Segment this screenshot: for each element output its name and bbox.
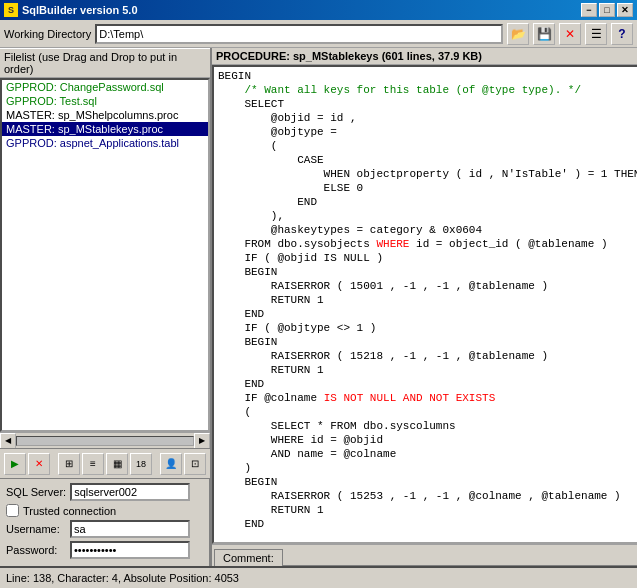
grid-button[interactable]: ⊞ xyxy=(58,453,80,475)
right-panel-header: PROCEDURE: sp_MStablekeys (601 lines, 37… xyxy=(212,48,637,65)
code-line: BEGIN xyxy=(218,335,637,349)
username-label: Username: xyxy=(6,523,66,535)
comment-tab[interactable]: Comment: xyxy=(214,549,283,566)
trusted-connection-checkbox[interactable] xyxy=(6,504,19,517)
file-list: GPPROD: ChangePassword.sql GPPROD: Test.… xyxy=(0,78,210,432)
left-scroll-track[interactable] xyxy=(16,436,194,446)
list-item[interactable]: MASTER: sp_MShelpcolumns.proc xyxy=(2,108,208,122)
status-bar: Line: 138, Character: 4, Absolute Positi… xyxy=(0,566,637,588)
app-icon: S xyxy=(4,3,18,17)
code-area[interactable]: BEGIN /* Want all keys for this table (o… xyxy=(212,65,637,544)
bottom-toolbar: ▶ ✕ ⊞ ≡ ▦ 18 👤 ⊡ xyxy=(0,448,210,478)
code-line: IF ( @objtype <> 1 ) xyxy=(218,321,637,335)
code-line: END xyxy=(218,377,637,391)
status-text: Line: 138, Character: 4, Absolute Positi… xyxy=(6,572,239,584)
trusted-label: Trusted connection xyxy=(23,505,116,517)
app-title: SqlBuilder version 5.0 xyxy=(22,4,138,16)
stop-button[interactable]: ✕ xyxy=(28,453,50,475)
code-line: ), xyxy=(218,209,637,223)
edit-button[interactable]: ⊡ xyxy=(184,453,206,475)
left-scroll-right[interactable]: ▶ xyxy=(194,433,210,449)
code-line: IF @colname IS NOT NULL AND NOT EXISTS xyxy=(218,391,637,405)
save-button[interactable]: 💾 xyxy=(533,23,555,45)
code-line: END xyxy=(218,307,637,321)
delete-button[interactable]: ✕ xyxy=(559,23,581,45)
maximize-button[interactable]: □ xyxy=(599,3,615,17)
code-line: SELECT xyxy=(218,97,637,111)
open-folder-button[interactable]: 📂 xyxy=(507,23,529,45)
code-line: /* Want all keys for this table (of @typ… xyxy=(218,83,637,97)
code-line: @objtype = xyxy=(218,125,637,139)
working-dir-label: Working Directory xyxy=(4,28,91,40)
list-button[interactable]: ☰ xyxy=(585,23,607,45)
login-area: SQL Server: Trusted connection Username:… xyxy=(0,478,210,566)
code-line: FROM dbo.sysobjects WHERE id = object_id… xyxy=(218,237,637,251)
title-bar: S SqlBuilder version 5.0 − □ ✕ xyxy=(0,0,637,20)
code-line: BEGIN xyxy=(218,69,637,83)
code-line: RETURN 1 xyxy=(218,293,637,307)
code-line: ) xyxy=(218,461,637,475)
code-line: @objid = id , xyxy=(218,111,637,125)
num-button[interactable]: 18 xyxy=(130,453,152,475)
code-line: END xyxy=(218,517,637,531)
code-line: AND name = @colname xyxy=(218,447,637,461)
password-input[interactable] xyxy=(70,541,190,559)
password-label: Password: xyxy=(6,544,66,556)
code-line: ( xyxy=(218,139,637,153)
list-item[interactable]: GPPROD: aspnet_Applications.tabl xyxy=(2,136,208,150)
server-label: SQL Server: xyxy=(6,486,66,498)
list-item[interactable]: MASTER: sp_MStablekeys.proc xyxy=(2,122,208,136)
run-button[interactable]: ▶ xyxy=(4,453,26,475)
code-line: IF ( @objid IS NULL ) xyxy=(218,251,637,265)
table-button[interactable]: ▦ xyxy=(106,453,128,475)
code-line: WHEN objectproperty ( id , N'IsTable' ) … xyxy=(218,167,637,181)
code-line: @haskeytypes = category & 0x0604 xyxy=(218,223,637,237)
toolbar: Working Directory 📂 💾 ✕ ☰ ? xyxy=(0,20,637,48)
code-line: BEGIN xyxy=(218,265,637,279)
code-line: BEGIN xyxy=(218,475,637,489)
server-input[interactable] xyxy=(70,483,190,501)
code-line: ( xyxy=(218,405,637,419)
comment-tab-area: Comment: xyxy=(212,544,637,566)
list-item[interactable]: GPPROD: ChangePassword.sql xyxy=(2,80,208,94)
code-line: RETURN 1 xyxy=(218,363,637,377)
code-line: END xyxy=(218,195,637,209)
username-input[interactable] xyxy=(70,520,190,538)
left-scroll-left[interactable]: ◀ xyxy=(0,433,16,449)
filelist-header: Filelist (use Drag and Drop to put in or… xyxy=(0,48,210,78)
user-button[interactable]: 👤 xyxy=(160,453,182,475)
close-button[interactable]: ✕ xyxy=(617,3,633,17)
code-line: RETURN 1 xyxy=(218,503,637,517)
code-line: RAISERROR ( 15218 , -1 , -1 , @tablename… xyxy=(218,349,637,363)
code-line: CASE xyxy=(218,153,637,167)
minimize-button[interactable]: − xyxy=(581,3,597,17)
list-item[interactable]: GPPROD: Test.sql xyxy=(2,94,208,108)
code-line: RAISERROR ( 15001 , -1 , -1 , @tablename… xyxy=(218,279,637,293)
left-hscroll[interactable]: ◀ ▶ xyxy=(0,432,210,448)
working-dir-input[interactable] xyxy=(95,24,503,44)
code-line: SELECT * FROM dbo.syscolumns xyxy=(218,419,637,433)
code-line: RAISERROR ( 15253 , -1 , -1 , @colname ,… xyxy=(218,489,637,503)
code-line: WHERE id = @objid xyxy=(218,433,637,447)
code-line: ELSE 0 xyxy=(218,181,637,195)
list-view-button[interactable]: ≡ xyxy=(82,453,104,475)
help-button[interactable]: ? xyxy=(611,23,633,45)
